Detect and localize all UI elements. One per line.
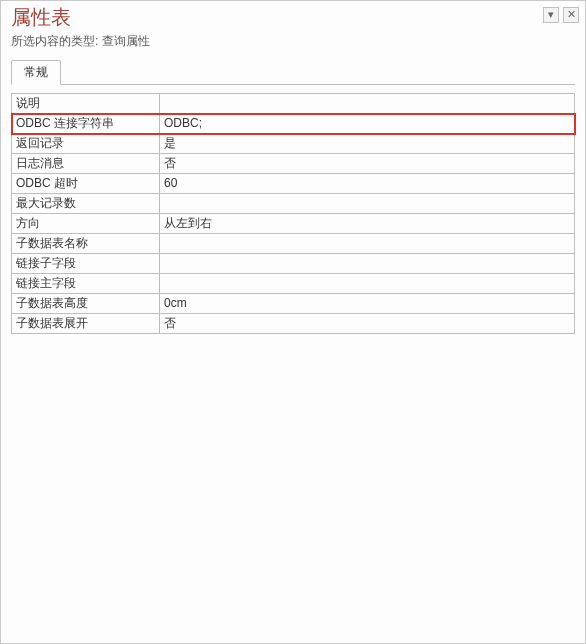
- property-label: 链接子字段: [12, 254, 160, 274]
- property-label: 链接主字段: [12, 274, 160, 294]
- property-row[interactable]: ODBC 连接字符串ODBC;: [12, 114, 575, 134]
- property-value[interactable]: [160, 194, 575, 214]
- close-icon[interactable]: ✕: [563, 7, 579, 23]
- window-controls: ▾ ✕: [543, 7, 579, 23]
- property-value[interactable]: [160, 274, 575, 294]
- property-label: 返回记录: [12, 134, 160, 154]
- property-row[interactable]: 返回记录是: [12, 134, 575, 154]
- panel-title: 属性表: [11, 5, 543, 29]
- property-sheet-panel: 属性表 ▾ ✕ 所选内容的类型: 查询属性 常规 说明ODBC 连接字符串ODB…: [0, 0, 586, 644]
- property-row[interactable]: 说明: [12, 94, 575, 114]
- tab-strip: 常规: [1, 60, 585, 85]
- property-row[interactable]: 子数据表名称: [12, 234, 575, 254]
- tab-general[interactable]: 常规: [11, 60, 61, 85]
- property-label: 子数据表展开: [12, 314, 160, 334]
- property-row[interactable]: 最大记录数: [12, 194, 575, 214]
- property-row[interactable]: 链接子字段: [12, 254, 575, 274]
- property-label: 说明: [12, 94, 160, 114]
- property-value[interactable]: [160, 234, 575, 254]
- empty-space: [1, 334, 585, 643]
- selection-type-value: 查询属性: [102, 34, 150, 48]
- property-value[interactable]: 0cm: [160, 294, 575, 314]
- property-row[interactable]: 子数据表展开否: [12, 314, 575, 334]
- property-row[interactable]: 方向从左到右: [12, 214, 575, 234]
- property-label: 方向: [12, 214, 160, 234]
- property-value[interactable]: 否: [160, 154, 575, 174]
- property-row[interactable]: 日志消息否: [12, 154, 575, 174]
- property-label: ODBC 连接字符串: [12, 114, 160, 134]
- property-row[interactable]: 链接主字段: [12, 274, 575, 294]
- selection-type-line: 所选内容的类型: 查询属性: [1, 31, 585, 60]
- property-label: 最大记录数: [12, 194, 160, 214]
- property-value[interactable]: 否: [160, 314, 575, 334]
- property-label: 子数据表高度: [12, 294, 160, 314]
- titlebar: 属性表 ▾ ✕: [1, 1, 585, 31]
- property-label: ODBC 超时: [12, 174, 160, 194]
- property-value[interactable]: [160, 254, 575, 274]
- property-row[interactable]: ODBC 超时60: [12, 174, 575, 194]
- property-value[interactable]: 60: [160, 174, 575, 194]
- property-value[interactable]: ODBC;: [160, 114, 575, 134]
- property-value[interactable]: [160, 94, 575, 114]
- dropdown-icon[interactable]: ▾: [543, 7, 559, 23]
- property-grid: 说明ODBC 连接字符串ODBC;返回记录是日志消息否ODBC 超时60最大记录…: [11, 93, 575, 334]
- property-label: 子数据表名称: [12, 234, 160, 254]
- property-row[interactable]: 子数据表高度0cm: [12, 294, 575, 314]
- property-value[interactable]: 是: [160, 134, 575, 154]
- property-label: 日志消息: [12, 154, 160, 174]
- property-value[interactable]: 从左到右: [160, 214, 575, 234]
- selection-type-label: 所选内容的类型:: [11, 34, 98, 48]
